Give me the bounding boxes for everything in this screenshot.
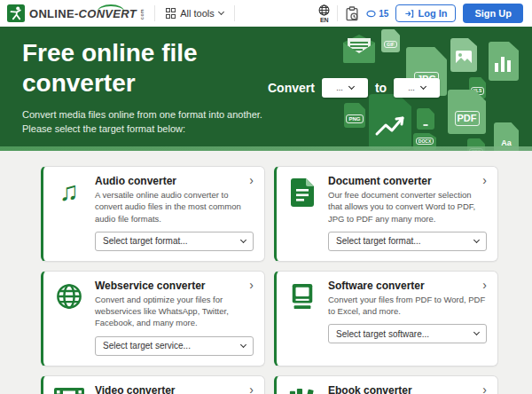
chevron-right-icon: › (249, 383, 254, 394)
nav-separator (154, 5, 155, 21)
logo-tld: com (139, 9, 145, 20)
chevron-down-icon (420, 83, 426, 90)
webservice-target-service-select[interactable]: Select target service... (95, 336, 254, 356)
chevron-down-icon (348, 83, 355, 90)
chevron-right-icon: › (249, 174, 254, 186)
hero-subtitle: Convert media files online from one form… (22, 108, 267, 137)
document-icon (291, 178, 314, 207)
software-target-select[interactable]: Select target software... (328, 324, 487, 343)
document-target-format-select[interactable]: Select target format... (328, 232, 487, 251)
file-icon-font: Aa (494, 122, 519, 151)
music-note-icon: ♫ (59, 178, 80, 251)
hero-banner: Free online file converter Convert media… (0, 27, 532, 151)
bar-chart-file-icon (489, 42, 519, 81)
chevron-right-icon: › (482, 174, 487, 186)
convert-label: Convert (268, 81, 315, 95)
file-icon-plain (417, 108, 434, 130)
all-tools-label: All tools (180, 8, 215, 19)
credits-counter[interactable]: 15 (366, 9, 388, 19)
image-file-icon (450, 38, 477, 72)
card-webservice-converter[interactable]: Webservice converter › Convert and optim… (41, 271, 265, 366)
language-code: EN (320, 17, 329, 23)
coin-icon (366, 10, 376, 18)
card-video-converter[interactable]: Video converter › Convert video files in… (41, 375, 265, 394)
file-icon-pdf: PDF (448, 90, 486, 134)
card-title: Webservice converter (95, 280, 206, 292)
card-description: A versatile online audio converter to co… (95, 189, 254, 225)
file-icon-gif: GIF (381, 29, 400, 52)
chevron-down-icon (218, 9, 224, 15)
to-label: to (375, 81, 387, 95)
converter-card-grid: ♫ Audio converter › A versatile online a… (0, 151, 532, 394)
card-title: Software converter (328, 280, 425, 292)
chevron-down-icon (240, 237, 246, 243)
card-description: Our free document converter selection th… (328, 189, 487, 225)
file-icon-png: PNG (344, 103, 365, 128)
conversion-history-button[interactable] (345, 6, 359, 21)
computer-icon (289, 283, 316, 310)
chevron-down-icon (473, 329, 480, 335)
clipboard-clock-icon (345, 6, 359, 21)
file-icon-eps: EPS (467, 138, 485, 151)
site-logo[interactable]: ONLINE-CONVERTcom (7, 4, 147, 22)
file-icon-docx: DOCX (413, 133, 436, 150)
chevron-right-icon: › (249, 279, 254, 291)
card-title: Document converter (328, 175, 432, 187)
card-document-converter[interactable]: Document converter › Our free document c… (274, 166, 498, 262)
credits-count: 15 (379, 9, 388, 19)
all-tools-menu[interactable]: All tools (162, 8, 227, 19)
card-audio-converter[interactable]: ♫ Audio converter › A versatile online a… (41, 166, 265, 262)
quick-convert-bar: Convert ... to ... (268, 78, 440, 98)
nav-separator (234, 5, 235, 21)
card-title: Ebook converter (328, 384, 412, 394)
card-title: Audio converter (95, 175, 176, 187)
language-selector[interactable]: EN (318, 4, 330, 23)
globe-icon (56, 283, 82, 310)
audio-target-format-select[interactable]: Select target format... (95, 232, 254, 251)
card-title: Video converter (95, 384, 175, 394)
film-strip-icon (54, 388, 84, 394)
nav-separator (337, 5, 338, 21)
card-description: Convert your files from PDF to Word, PDF… (328, 294, 487, 318)
chevron-right-icon: › (482, 279, 487, 291)
login-arrow-icon (404, 9, 414, 19)
chevron-down-icon (240, 342, 246, 348)
books-icon (288, 388, 317, 394)
target-format-select[interactable]: ... (394, 78, 440, 98)
logo-text: ONLINE-CONVERTcom (29, 7, 147, 20)
globe-icon (318, 4, 330, 16)
card-description: Convert and optimize your files for webs… (95, 294, 254, 329)
card-ebook-converter[interactable]: Ebook converter › A list of versatile on… (274, 375, 498, 394)
line-chart-file-icon (369, 94, 411, 149)
signup-button[interactable]: Sign Up (463, 4, 523, 23)
chevron-down-icon (473, 237, 480, 243)
logo-figure-icon (7, 4, 25, 22)
envelope-icon (340, 34, 378, 64)
login-button[interactable]: Log In (395, 4, 456, 22)
grid-icon (166, 8, 176, 19)
page-title: Free online file converter (22, 38, 244, 98)
top-navbar: ONLINE-CONVERTcom All tools EN 15 Log (0, 0, 532, 27)
card-software-converter[interactable]: Software converter › Convert your files … (274, 271, 498, 366)
chevron-right-icon: › (482, 383, 487, 394)
source-format-select[interactable]: ... (322, 78, 368, 98)
